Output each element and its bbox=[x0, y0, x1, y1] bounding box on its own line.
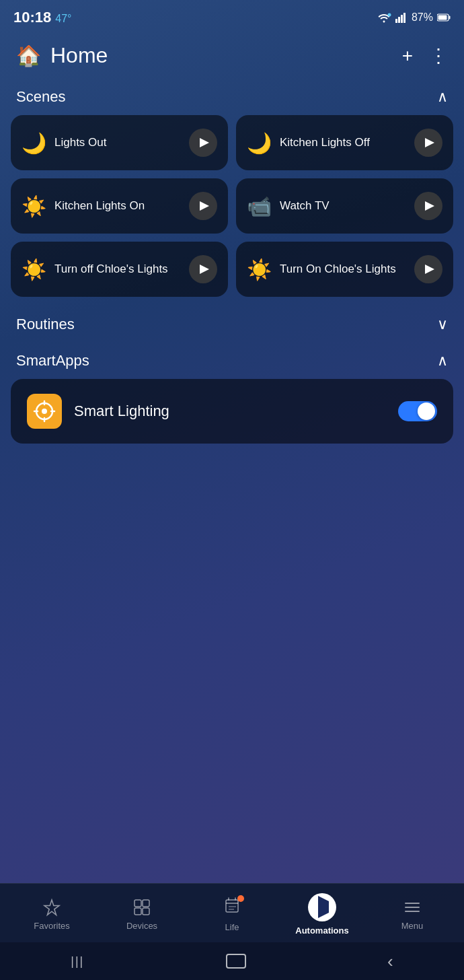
smart-lighting-toggle[interactable] bbox=[398, 401, 437, 421]
nav-label-menu: Menu bbox=[401, 921, 424, 931]
home-icon: 🏠 bbox=[16, 44, 41, 67]
nav-item-automations[interactable]: Automations bbox=[277, 893, 367, 936]
scene-left: 📹 Watch TV bbox=[247, 195, 414, 218]
header-actions: + ⋮ bbox=[402, 44, 448, 67]
scene-card-kitchen-lights-on[interactable]: ☀️ Kitchen Lights On bbox=[11, 178, 228, 234]
nav-label-devices: Devices bbox=[126, 921, 157, 931]
life-notification-dot bbox=[237, 895, 244, 902]
home-button[interactable] bbox=[226, 954, 246, 969]
status-temp: 47° bbox=[55, 13, 71, 25]
automations-active-circle bbox=[308, 893, 336, 921]
scene-label: Kitchen Lights Off bbox=[280, 136, 370, 149]
scene-left: 🌙 Kitchen Lights Off bbox=[247, 131, 414, 155]
status-bar: 10:18 47° 87% bbox=[0, 0, 464, 32]
routines-chevron-icon[interactable]: ∨ bbox=[437, 316, 448, 333]
svg-point-0 bbox=[387, 13, 391, 17]
svg-rect-1 bbox=[395, 19, 397, 23]
bottom-nav: Favorites Devices Life bbox=[0, 883, 464, 942]
routines-title: Routines bbox=[16, 316, 75, 333]
smartapp-name: Smart Lighting bbox=[74, 403, 169, 420]
signal-icon bbox=[395, 12, 408, 23]
scene-label: Kitchen Lights On bbox=[54, 199, 145, 213]
scene-label: Lights Out bbox=[54, 136, 107, 149]
sun-icon: ☀️ bbox=[247, 258, 272, 281]
more-button[interactable]: ⋮ bbox=[429, 44, 448, 67]
camera-icon: 📹 bbox=[247, 195, 272, 218]
add-button[interactable]: + bbox=[402, 45, 413, 67]
svg-rect-16 bbox=[134, 908, 141, 915]
play-button-turn-off-chloes[interactable] bbox=[189, 255, 217, 283]
scene-card-turn-on-chloes[interactable]: ☀️ Turn On Chloe's Lights bbox=[236, 242, 453, 297]
sun-icon: ☀️ bbox=[22, 195, 46, 218]
sun-icon: ☀️ bbox=[22, 258, 46, 281]
status-left: 10:18 47° bbox=[13, 9, 71, 26]
header: 🏠 Home + ⋮ bbox=[0, 32, 464, 81]
svg-rect-14 bbox=[134, 900, 141, 907]
play-icon bbox=[316, 901, 329, 913]
smartapp-icon-wrap bbox=[27, 394, 62, 429]
scenes-chevron-icon[interactable]: ∧ bbox=[437, 88, 448, 106]
svg-rect-2 bbox=[398, 17, 400, 23]
nav-label-automations: Automations bbox=[295, 925, 348, 936]
play-button-watch-tv[interactable] bbox=[414, 192, 442, 220]
page-title: Home bbox=[50, 43, 108, 68]
smartapps-card[interactable]: Smart Lighting bbox=[11, 379, 453, 444]
moon-icon: 🌙 bbox=[247, 131, 272, 155]
nav-item-life[interactable]: Life bbox=[187, 897, 277, 932]
nav-item-devices[interactable]: Devices bbox=[97, 898, 187, 931]
toggle-knob bbox=[418, 403, 435, 420]
battery-icon bbox=[437, 13, 451, 22]
scene-card-kitchen-lights-off[interactable]: 🌙 Kitchen Lights Off bbox=[236, 115, 453, 170]
scene-label: Watch TV bbox=[280, 199, 330, 213]
routines-section: Routines ∨ bbox=[0, 309, 464, 343]
nav-label-life: Life bbox=[225, 922, 239, 932]
scene-card-lights-out[interactable]: 🌙 Lights Out bbox=[11, 115, 228, 170]
recent-apps-button[interactable]: ||| bbox=[71, 954, 84, 969]
header-left: 🏠 Home bbox=[16, 43, 108, 68]
menu-icon bbox=[403, 898, 422, 917]
scene-left: 🌙 Lights Out bbox=[22, 131, 189, 155]
scene-left: ☀️ Turn off Chloe's Lights bbox=[22, 258, 189, 281]
smartapps-chevron-icon[interactable]: ∧ bbox=[437, 352, 448, 370]
status-right: 87% bbox=[377, 11, 451, 24]
smartapps-section-header: SmartApps ∧ bbox=[0, 345, 464, 379]
scene-label: Turn off Chloe's Lights bbox=[54, 262, 168, 276]
play-button-kitchen-lights-off[interactable] bbox=[414, 129, 442, 157]
smartapps-section: SmartApps ∧ Smart Lighting bbox=[0, 345, 464, 444]
play-button-kitchen-lights-on[interactable] bbox=[189, 192, 217, 220]
svg-rect-6 bbox=[449, 16, 451, 20]
wifi-icon bbox=[377, 12, 391, 23]
battery-text: 87% bbox=[412, 11, 433, 24]
svg-rect-7 bbox=[438, 15, 447, 20]
scene-left: ☀️ Kitchen Lights On bbox=[22, 195, 189, 218]
star-icon bbox=[42, 898, 61, 917]
svg-rect-15 bbox=[143, 900, 149, 907]
scene-card-turn-off-chloes[interactable]: ☀️ Turn off Chloe's Lights bbox=[11, 242, 228, 297]
moon-icon: 🌙 bbox=[22, 131, 46, 155]
nav-label-favorites: Favorites bbox=[34, 921, 69, 931]
smartapp-left: Smart Lighting bbox=[27, 394, 169, 429]
svg-point-9 bbox=[42, 409, 47, 414]
svg-rect-17 bbox=[143, 908, 149, 915]
system-bar: ||| ‹ bbox=[0, 942, 464, 980]
status-time: 10:18 bbox=[13, 9, 51, 26]
svg-rect-3 bbox=[401, 15, 403, 23]
scene-label: Turn On Chloe's Lights bbox=[280, 262, 396, 276]
scene-card-watch-tv[interactable]: 📹 Watch TV bbox=[236, 178, 453, 234]
nav-item-menu[interactable]: Menu bbox=[367, 898, 457, 931]
scenes-grid: 🌙 Lights Out 🌙 Kitchen Lights Off ☀️ Kit… bbox=[0, 115, 464, 297]
play-button-lights-out[interactable] bbox=[189, 129, 217, 157]
scenes-title: Scenes bbox=[16, 88, 65, 106]
smart-lighting-icon bbox=[33, 400, 56, 423]
scene-left: ☀️ Turn On Chloe's Lights bbox=[247, 258, 414, 281]
play-button-turn-on-chloes[interactable] bbox=[414, 255, 442, 283]
smartapps-title: SmartApps bbox=[16, 352, 89, 370]
svg-rect-4 bbox=[403, 13, 405, 23]
scenes-section-header: Scenes ∧ bbox=[0, 81, 464, 115]
svg-rect-18 bbox=[226, 900, 238, 912]
nav-item-favorites[interactable]: Favorites bbox=[7, 898, 97, 931]
back-button[interactable]: ‹ bbox=[387, 951, 393, 972]
routines-section-header: Routines ∨ bbox=[0, 309, 464, 343]
devices-icon bbox=[132, 898, 151, 917]
